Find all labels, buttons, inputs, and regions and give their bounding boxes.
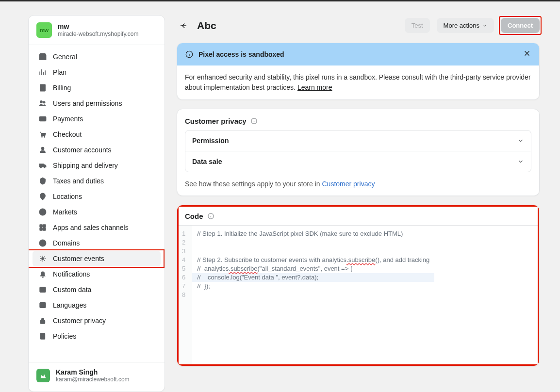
general-icon: [38, 52, 47, 61]
sidebar-item-label: Users and permissions: [53, 99, 122, 107]
languages-icon: [38, 301, 47, 310]
info-icon[interactable]: [250, 117, 258, 125]
payments-icon: [38, 114, 47, 123]
plan-icon: [38, 68, 47, 77]
sidebar-item-accounts[interactable]: Customer accounts: [33, 142, 161, 158]
sidebar-item-policies[interactable]: Policies: [33, 328, 161, 344]
more-actions-label: More actions: [444, 22, 479, 29]
learn-more-link[interactable]: Learn more: [297, 83, 332, 91]
sidebar-item-domains[interactable]: Domains: [33, 235, 161, 251]
sidebar-item-shipping[interactable]: Shipping and delivery: [33, 158, 161, 173]
code-editor[interactable]: 12345678 // Step 1. Initialize the JavaS…: [177, 225, 539, 366]
sidebar-item-events[interactable]: Customer events: [33, 251, 161, 266]
close-icon: [523, 49, 531, 58]
chevron-down-icon: [517, 137, 524, 144]
accordion-row[interactable]: Data sale: [185, 151, 531, 172]
store-domain: miracle-websoft.myshopify.com: [58, 31, 139, 37]
sidebar-item-markets[interactable]: Markets: [33, 204, 161, 220]
sidebar-item-checkout[interactable]: Checkout: [33, 127, 161, 142]
users-icon: [38, 99, 47, 108]
markets-icon: [38, 208, 47, 216]
svg-rect-7: [39, 164, 43, 167]
sidebar-item-label: Policies: [53, 332, 76, 340]
svg-rect-12: [40, 225, 42, 227]
sidebar-item-label: Payments: [53, 115, 83, 123]
page-header: Abc Test More actions Connect: [177, 15, 540, 34]
back-button[interactable]: [177, 19, 190, 33]
sidebar-item-locations[interactable]: Locations: [33, 189, 161, 204]
shipping-icon: [38, 161, 47, 170]
chevron-down-icon: [482, 23, 487, 28]
sidebar-item-privacy[interactable]: Customer privacy: [33, 313, 161, 328]
locations-icon: [38, 192, 47, 201]
accordion-label: Data sale: [192, 158, 222, 165]
sidebar-item-label: Checkout: [53, 131, 82, 138]
svg-point-9: [44, 167, 45, 168]
svg-rect-14: [40, 228, 42, 230]
store-switcher[interactable]: mw mw miracle-websoft.myshopify.com: [29, 16, 165, 45]
connect-button[interactable]: Connect: [501, 18, 540, 33]
sidebar-item-users[interactable]: Users and permissions: [33, 96, 161, 111]
sidebar-item-label: Customer privacy: [53, 317, 106, 325]
more-actions-button[interactable]: More actions: [437, 18, 494, 33]
sidebar-item-label: Markets: [53, 208, 77, 216]
settings-nav: GeneralPlanBillingUsers and permissionsP…: [29, 45, 165, 362]
info-icon[interactable]: [207, 212, 214, 220]
svg-rect-13: [43, 225, 46, 227]
accounts-icon: [38, 146, 47, 154]
sidebar-item-label: Custom data: [53, 286, 91, 294]
test-button[interactable]: Test: [405, 18, 430, 33]
sidebar-item-label: Customer events: [53, 255, 104, 262]
privacy-section-title: Customer privacy: [185, 117, 247, 125]
sandbox-banner-card: Pixel access is sandboxed For enhanced s…: [177, 43, 540, 100]
accordion-row[interactable]: Permission: [185, 131, 531, 151]
svg-point-17: [42, 258, 44, 260]
code-section-title: Code: [185, 212, 203, 220]
banner-body: For enhanced security and stability, thi…: [177, 65, 539, 99]
code-lines: // Step 1. Initialize the JavaScript pix…: [192, 226, 434, 366]
sidebar-item-label: Languages: [53, 301, 86, 309]
info-icon: [185, 50, 194, 59]
policies-icon: [38, 332, 47, 341]
line-gutter: 12345678: [177, 226, 192, 366]
sidebar-item-plan[interactable]: Plan: [33, 65, 161, 80]
code-card: Code 12345678 // Step 1. Initialize the …: [177, 205, 540, 366]
svg-point-6: [41, 147, 44, 149]
accordion-label: Permission: [192, 137, 229, 145]
sidebar-item-label: Notifications: [53, 270, 90, 278]
sidebar-item-billing[interactable]: Billing: [33, 80, 161, 96]
sidebar-item-payments[interactable]: Payments: [33, 111, 161, 127]
privacy-note-link[interactable]: Customer privacy: [322, 180, 375, 188]
sidebar-item-taxes[interactable]: Taxes and duties: [33, 173, 161, 189]
sidebar-item-label: Customer accounts: [53, 146, 112, 154]
banner-close-button[interactable]: [523, 49, 531, 60]
sidebar-item-label: Locations: [53, 193, 82, 200]
sidebar-item-label: Domains: [53, 239, 80, 247]
checkout-icon: [38, 130, 47, 139]
sidebar-item-languages[interactable]: Languages: [33, 297, 161, 313]
svg-rect-3: [39, 117, 46, 121]
sandbox-banner: Pixel access is sandboxed: [177, 43, 539, 65]
svg-point-2: [43, 101, 45, 103]
store-badge: mw: [36, 22, 52, 38]
sidebar-item-customdata[interactable]: Custom data: [33, 282, 161, 297]
privacy-accordion: PermissionData sale: [185, 130, 531, 172]
events-icon: [38, 254, 47, 263]
sidebar-item-label: Apps and sales channels: [53, 224, 129, 231]
privacy-icon: [38, 316, 47, 325]
store-name: mw: [58, 23, 139, 31]
notifications-icon: [38, 270, 47, 278]
settings-sidebar: mw mw miracle-websoft.myshopify.com Gene…: [28, 15, 165, 392]
taxes-icon: [38, 177, 47, 185]
sidebar-item-notifications[interactable]: Notifications: [33, 266, 161, 282]
sidebar-item-apps[interactable]: Apps and sales channels: [33, 220, 161, 235]
account-footer[interactable]: Karam Singh karam@miraclewebsoft.com: [29, 362, 165, 392]
domains-icon: [38, 239, 47, 247]
chevron-down-icon: [517, 158, 524, 165]
svg-point-10: [42, 195, 44, 197]
main-content: Abc Test More actions Connect Pixel acce…: [177, 15, 540, 392]
sidebar-item-general[interactable]: General: [33, 49, 161, 65]
svg-rect-0: [40, 84, 46, 91]
svg-rect-18: [40, 287, 46, 293]
sidebar-item-label: Taxes and duties: [53, 177, 104, 185]
